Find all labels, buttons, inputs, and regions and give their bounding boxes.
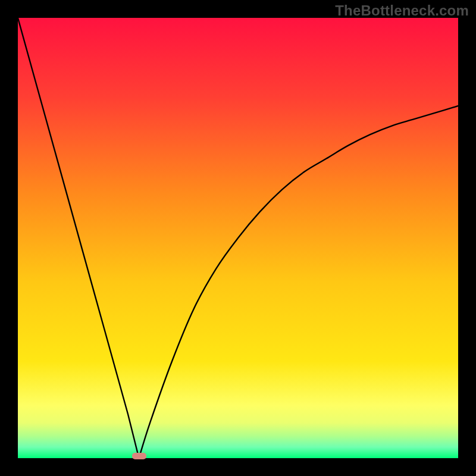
chart-svg (18, 18, 458, 458)
bottleneck-marker (132, 453, 146, 459)
watermark-text: TheBottleneck.com (335, 2, 469, 19)
plot-area (18, 18, 458, 458)
chart-frame: TheBottleneck.com (0, 0, 476, 476)
